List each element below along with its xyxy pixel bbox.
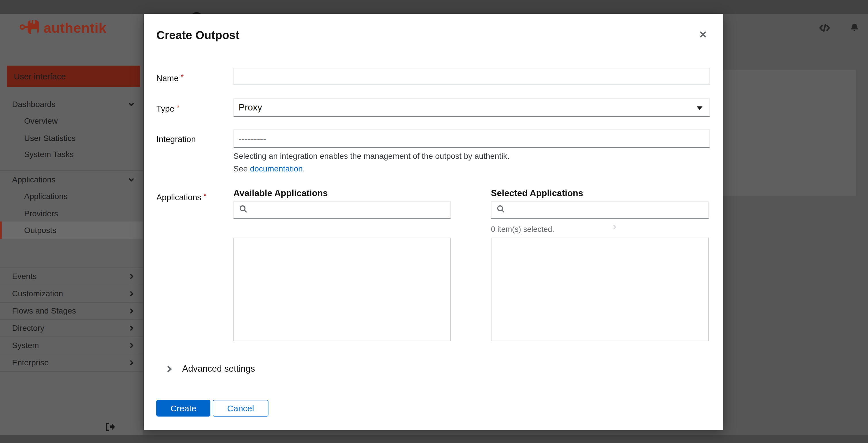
notifications-button[interactable] [849,23,859,35]
item-label: Applications [0,191,67,201]
sidebar-item-user-statistics[interactable]: User Statistics [0,129,143,147]
sidebar-group-customization[interactable]: Customization [0,285,143,302]
api-code-button[interactable] [818,24,831,34]
applications-label: Applications* [156,192,206,202]
available-applications-title: Available Applications [234,188,328,199]
item-label: User Statistics [0,134,75,143]
angle-right-icon: › [613,220,617,232]
create-outpost-modal: Create Outpost ✕ Name* Type* Proxy Integ… [144,14,723,430]
chevron-right-icon [128,325,134,331]
required-marker: * [177,104,179,112]
sidebar-item-outposts[interactable]: Outposts [0,222,143,239]
sidebar-item-system-tasks[interactable]: System Tasks [0,146,143,163]
integration-help-docs: See documentation. [234,164,305,173]
brand-wordmark: authentik [44,20,106,36]
sidebar-group-system[interactable]: System [0,336,143,354]
required-marker: * [181,73,183,81]
search-icon [239,205,247,215]
sidebar-group-events[interactable]: Events [0,268,143,285]
sidebar-group-enterprise[interactable]: Enterprise [0,354,143,371]
sidebar-item-providers[interactable]: Providers [0,205,143,222]
sidebar-group-dashboards[interactable]: Dashboards [0,95,143,113]
create-button[interactable]: Create [156,400,210,417]
selected-applications-listbox[interactable] [491,238,709,341]
available-search-input[interactable] [251,203,450,217]
selected-count-status: 0 item(s) selected. [491,225,554,234]
chevron-right-icon [166,365,173,373]
authentik-key-icon [20,19,40,38]
viewport-bottom-strip [0,435,868,443]
sign-out-icon [105,423,116,433]
sidebar-group-flows-and-stages[interactable]: Flows and Stages [0,302,143,319]
close-icon: ✕ [699,29,707,40]
required-marker: * [204,192,206,200]
user-interface-label: User interface [14,71,66,81]
type-select[interactable]: Proxy [234,98,710,117]
available-applications-listbox[interactable] [234,238,451,341]
sidebar-group-applications[interactable]: Applications [0,171,143,188]
brand-logo[interactable]: authentik [20,19,106,37]
item-label: Overview [0,116,58,125]
group-label: Directory [0,323,44,332]
move-selected-right-button[interactable]: › [608,220,621,234]
type-select-value: Proxy [239,102,262,113]
chevron-down-icon [128,176,134,183]
name-input[interactable] [234,68,710,85]
sidebar-item-user-interface[interactable]: User interface [7,66,140,87]
chevron-right-icon [128,273,134,279]
selected-applications-title: Selected Applications [491,188,583,199]
integration-label: Integration [156,135,196,144]
advanced-settings-label: Advanced settings [182,364,255,374]
selected-search [491,201,709,218]
sidebar-divider [0,371,143,372]
bell-icon [849,25,859,34]
documentation-link[interactable]: documentation [250,164,303,173]
label-text: Name [156,73,179,83]
code-icon [818,24,831,34]
item-label: System Tasks [0,150,73,159]
cancel-button[interactable]: Cancel [213,400,269,417]
sidebar-item-overview[interactable]: Overview [0,112,143,129]
label-text: Type [156,104,175,113]
label-text: Integration [156,135,196,144]
advanced-settings-toggle[interactable]: Advanced settings [166,364,255,374]
sidebar-item-applications[interactable]: Applications [0,187,143,205]
sign-out-button[interactable] [105,422,116,434]
app-root: authentik User interface Dashboards Over… [0,0,868,443]
sidebar: authentik User interface Dashboards Over… [0,14,143,443]
chevron-right-icon [128,307,134,314]
group-label: Events [0,271,37,281]
chevron-right-icon [128,359,134,365]
modal-title: Create Outpost [156,29,240,42]
type-label: Type* [156,104,179,113]
integration-help-text: Selecting an integration enables the man… [234,151,509,160]
group-label: Applications [0,175,56,184]
search-icon [497,205,505,215]
chevron-down-icon [128,101,134,107]
chevron-right-icon [128,290,134,297]
masthead [0,0,868,14]
caret-down-icon [697,107,703,110]
item-label: Outposts [2,226,56,235]
group-label: System [0,341,39,350]
close-button[interactable]: ✕ [695,28,711,42]
help-text: . [303,164,305,173]
group-label: Flows and Stages [0,306,76,315]
available-search [234,201,451,218]
sidebar-group-directory[interactable]: Directory [0,319,143,336]
item-label: Providers [0,209,58,218]
group-label: Enterprise [0,358,49,367]
label-text: Applications [156,193,201,202]
group-label: Customization [0,289,63,298]
help-text: See [234,164,250,173]
chevron-right-icon [128,342,134,348]
integration-select-value: --------- [239,134,266,144]
integration-select[interactable]: --------- [234,129,710,148]
selected-search-input[interactable] [509,203,708,217]
group-label: Dashboards [0,99,56,109]
name-label: Name* [156,73,184,83]
